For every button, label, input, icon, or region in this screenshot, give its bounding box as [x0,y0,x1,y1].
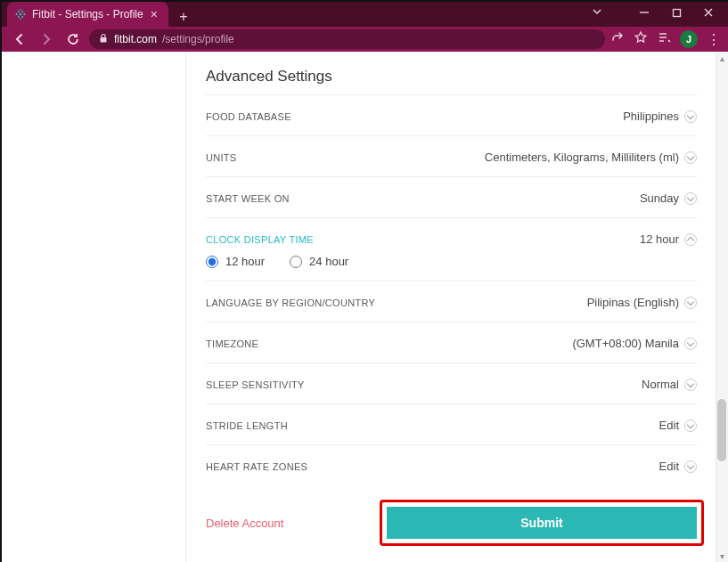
submit-button[interactable]: Submit [387,507,697,539]
share-icon[interactable] [610,30,625,48]
window-maximize-button[interactable] [660,2,692,23]
svg-point-5 [18,16,20,18]
svg-point-7 [20,9,21,11]
row-value: Centimeters, Kilograms, Milliliters (ml) [485,151,679,164]
row-stride-length[interactable]: STRIDE LENGTH Edit [206,403,697,444]
tab-title: Fitbit - Settings - Profile [32,8,143,20]
svg-point-4 [21,11,23,12]
row-value: Pilipinas (English) [587,296,679,309]
bookmark-star-icon[interactable] [634,30,648,48]
row-label: FOOD DATABASE [206,111,291,122]
svg-rect-11 [101,37,107,43]
lock-icon [98,33,109,46]
window-close-button[interactable] [692,2,724,23]
radio-12-hour[interactable]: 12 hour [206,255,265,268]
row-timezone[interactable]: TIMEZONE (GMT+08:00) Manila [206,322,697,362]
scrollbar-thumb[interactable] [717,399,726,461]
new-tab-button[interactable]: + [174,7,193,27]
row-heart-rate-zones[interactable]: HEART RATE ZONES Edit [206,444,697,485]
nav-forward-button[interactable] [36,29,57,50]
url-path: /settings/profile [162,33,234,45]
chevron-down-icon [684,192,697,205]
scrollbar-track[interactable]: ▴ ▾ [716,52,728,562]
panel-footer: Delete Account Submit [186,485,713,551]
tab-list-chevron-icon[interactable] [591,5,603,21]
profile-avatar[interactable]: J [680,30,698,48]
tab-close-button[interactable]: × [149,7,160,21]
svg-point-2 [23,13,25,15]
row-value: Edit [659,460,679,473]
scrollbar-down-icon[interactable]: ▾ [716,550,728,562]
row-value: (GMT+08:00) Manila [572,337,679,350]
avatar-letter: J [686,34,691,45]
row-value: Normal [642,378,679,391]
svg-point-3 [18,11,20,12]
radio-input[interactable] [290,256,302,268]
browser-toolbar: fitbit.com/settings/profile J ⋮ [2,27,728,52]
clock-options: 12 hour 24 hour [206,255,697,281]
section-title: Advanced Settings [206,68,697,86]
svg-point-8 [20,18,21,20]
url-host: fitbit.com [114,33,157,45]
row-label: LANGUAGE BY REGION/COUNTRY [206,297,375,308]
row-value: Edit [659,419,679,432]
row-language[interactable]: LANGUAGE BY REGION/COUNTRY Pilipinas (En… [206,281,697,322]
chevron-down-icon [684,297,697,309]
window-minimize-button[interactable] [628,2,660,23]
chevron-down-icon [684,460,697,473]
chevron-down-icon [684,338,697,350]
radio-input[interactable] [206,256,218,268]
row-clock-display[interactable]: CLOCK DISPLAY TIME 12 hour [206,217,697,258]
row-food-database[interactable]: FOOD DATABASE Philippines [206,94,697,135]
radio-24-hour[interactable]: 24 hour [290,255,348,268]
settings-panel: Advanced Settings FOOD DATABASE Philippi… [185,52,713,562]
nav-back-button[interactable] [9,29,30,50]
svg-rect-10 [673,9,680,16]
browser-tab[interactable]: Fitbit - Settings - Profile × [7,2,168,27]
row-value: Philippines [623,110,679,123]
window-controls [628,2,724,23]
row-value: Sunday [640,191,679,205]
chevron-down-icon [684,379,697,391]
radio-label: 24 hour [309,255,348,268]
row-label: UNITS [206,152,237,163]
chevron-down-icon [684,151,697,164]
browser-viewport: Advanced Settings FOOD DATABASE Philippi… [2,52,728,562]
address-bar[interactable]: fitbit.com/settings/profile [89,29,605,49]
row-value: 12 hour [640,232,679,246]
window-titlebar: Fitbit - Settings - Profile × + [2,2,728,27]
svg-point-1 [20,13,22,16]
row-label: START WEEK ON [206,193,290,204]
row-units[interactable]: UNITS Centimeters, Kilograms, Milliliter… [206,135,697,176]
delete-account-link[interactable]: Delete Account [206,517,283,530]
chevron-up-icon [684,233,697,246]
row-start-week[interactable]: START WEEK ON Sunday [206,176,697,217]
svg-point-6 [21,16,23,18]
row-label: HEART RATE ZONES [206,461,307,472]
reading-list-icon[interactable] [657,30,671,48]
radio-label: 12 hour [225,255,265,268]
row-sleep-sensitivity[interactable]: SLEEP SENSITIVITY Normal [206,362,697,403]
menu-kebab-icon[interactable]: ⋮ [707,31,721,48]
chevron-down-icon [684,419,697,432]
nav-reload-button[interactable] [62,29,84,50]
row-label: CLOCK DISPLAY TIME [206,234,314,245]
row-label: SLEEP SENSITIVITY [206,379,305,390]
chevron-down-icon [684,110,697,123]
svg-point-0 [15,13,17,15]
row-label: TIMEZONE [206,338,258,349]
row-label: STRIDE LENGTH [206,420,288,431]
fitbit-favicon-icon [14,8,27,20]
scrollbar-up-icon[interactable]: ▴ [716,52,728,64]
